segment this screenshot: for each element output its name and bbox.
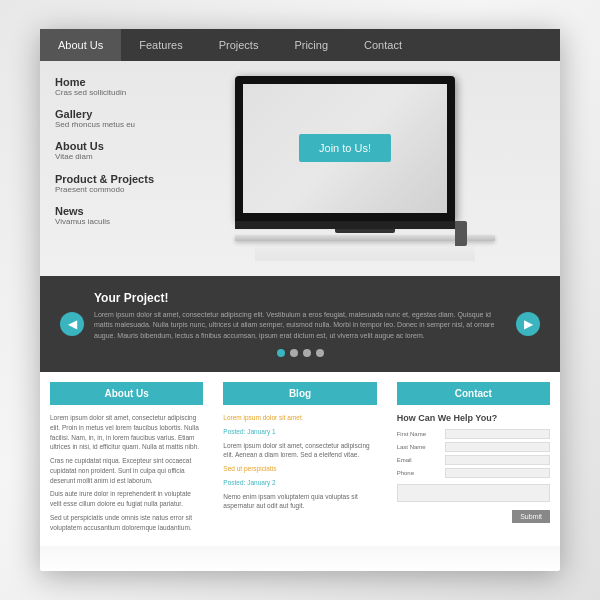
contact-header: Contact <box>397 382 550 405</box>
dot-3[interactable] <box>303 349 311 357</box>
sidebar-item-products[interactable]: Product & Projects Praesent commodo <box>55 173 175 195</box>
contact-title: How Can We Help You? <box>397 413 550 423</box>
sidebar-item-home[interactable]: Home Cras sed sollicitudin <box>55 76 175 98</box>
carousel-dots <box>94 349 506 357</box>
page-reflection <box>40 546 560 571</box>
about-column: About Us Lorem ipsum dolor sit amet, con… <box>40 372 213 546</box>
carousel-content: Your Project! Lorem ipsum dolor sit amet… <box>94 291 506 358</box>
nav-item-about[interactable]: About Us <box>40 29 121 61</box>
about-text-4: Sed ut perspiciatis unde omnis iste natu… <box>50 513 203 533</box>
sidebar-item-news[interactable]: News Vivamus iaculis <box>55 205 175 227</box>
about-text-3: Duis aute irure dolor in reprehenderit i… <box>50 489 203 509</box>
sidebar-news-subtitle: Vivamus iaculis <box>55 217 175 227</box>
sidebar-item-about[interactable]: About Us Vitae diam <box>55 140 175 162</box>
carousel-section: ◀ Your Project! Lorem ipsum dolor sit am… <box>40 276 560 373</box>
form-row-lastname: Last Name <box>397 442 550 452</box>
monitor-wrap: Join to Us! <box>235 76 495 261</box>
dot-2[interactable] <box>290 349 298 357</box>
dot-4[interactable] <box>316 349 324 357</box>
nav-item-projects[interactable]: Projects <box>201 29 277 61</box>
form-row-firstname: First Name <box>397 429 550 439</box>
sidebar-gallery-title: Gallery <box>55 108 175 120</box>
monitor-base <box>335 229 395 233</box>
sidebar-home-title: Home <box>55 76 175 88</box>
monitor: Join to Us! <box>235 76 455 221</box>
blog-post2-title[interactable]: Sed ut perspiciatis <box>223 464 376 474</box>
blog-post1-title[interactable]: Lorem ipsum dolor sit amet <box>223 413 376 423</box>
about-text-1: Lorem ipsum dolor sit amet, consectetur … <box>50 413 203 452</box>
sidebar: Home Cras sed sollicitudin Gallery Sed r… <box>55 76 175 261</box>
sidebar-about-title: About Us <box>55 140 175 152</box>
carousel-title: Your Project! <box>94 291 506 305</box>
about-text-2: Cras ne cupidatat niqua. Excepteur sint … <box>50 456 203 485</box>
about-header: About Us <box>50 382 203 405</box>
monitor-reflection <box>255 241 475 261</box>
blog-column: Blog Lorem ipsum dolor sit amet Posted: … <box>213 372 386 546</box>
form-label-firstname: First Name <box>397 431 442 437</box>
blog-post2-date: Posted: January 2 <box>223 478 376 488</box>
navigation: About Us Features Projects Pricing Conta… <box>40 29 560 61</box>
blog-post1-text: Lorem ipsum dolor sit amet, consectetur … <box>223 441 376 461</box>
sidebar-home-subtitle: Cras sed sollicitudin <box>55 88 175 98</box>
sidebar-news-title: News <box>55 205 175 217</box>
blog-header: Blog <box>223 382 376 405</box>
hero-section: Home Cras sed sollicitudin Gallery Sed r… <box>40 61 560 276</box>
sidebar-products-title: Product & Projects <box>55 173 175 185</box>
carousel-prev-button[interactable]: ◀ <box>60 312 84 336</box>
form-textarea-message[interactable] <box>397 484 550 502</box>
sidebar-products-subtitle: Praesent commodo <box>55 185 175 195</box>
submit-button[interactable]: Submit <box>512 510 550 523</box>
sidebar-gallery-subtitle: Sed rhoncus metus eu <box>55 120 175 130</box>
website-mockup: About Us Features Projects Pricing Conta… <box>40 29 560 572</box>
sidebar-about-subtitle: Vitae diam <box>55 152 175 162</box>
form-label-email: Email <box>397 457 442 463</box>
blog-post2-text: Nemo enim ipsam voluptatem quia voluptas… <box>223 492 376 512</box>
sidebar-item-gallery[interactable]: Gallery Sed rhoncus metus eu <box>55 108 175 130</box>
form-input-email[interactable] <box>445 455 550 465</box>
join-button[interactable]: Join to Us! <box>299 134 391 162</box>
monitor-stand <box>235 221 455 229</box>
blog-post1-date: Posted: January 1 <box>223 427 376 437</box>
monitor-area: Join to Us! <box>185 76 545 261</box>
dot-1[interactable] <box>277 349 285 357</box>
form-label-lastname: Last Name <box>397 444 442 450</box>
bottom-columns: About Us Lorem ipsum dolor sit amet, con… <box>40 372 560 546</box>
form-input-phone[interactable] <box>445 468 550 478</box>
form-input-firstname[interactable] <box>445 429 550 439</box>
carousel-text: Lorem ipsum dolor sit amet, consectetur … <box>94 310 506 342</box>
form-label-phone: Phone <box>397 470 442 476</box>
form-input-lastname[interactable] <box>445 442 550 452</box>
nav-item-contact[interactable]: Contact <box>346 29 420 61</box>
form-row-phone: Phone <box>397 468 550 478</box>
nav-item-features[interactable]: Features <box>121 29 200 61</box>
contact-column: Contact How Can We Help You? First Name … <box>387 372 560 546</box>
nav-item-pricing[interactable]: Pricing <box>276 29 346 61</box>
carousel-next-button[interactable]: ▶ <box>516 312 540 336</box>
form-row-email: Email <box>397 455 550 465</box>
monitor-screen: Join to Us! <box>243 84 447 213</box>
